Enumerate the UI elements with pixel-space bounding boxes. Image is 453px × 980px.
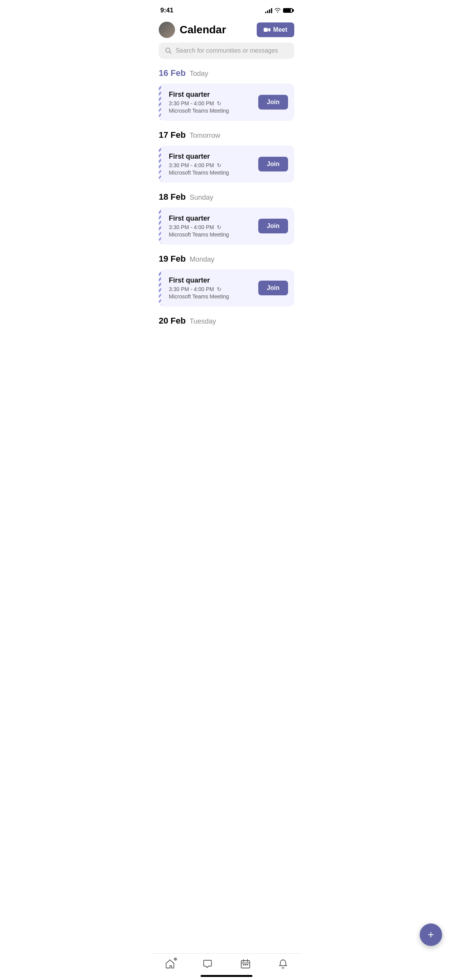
date-header-feb18: 18 Feb Sunday <box>159 192 294 202</box>
date-label-feb19: Monday <box>190 255 214 264</box>
meet-button-label: Meet <box>273 26 287 33</box>
date-header-feb16: 16 Feb Today <box>159 68 294 78</box>
event-time-feb18: 3:30 PM - 4:00 PM <box>169 224 214 230</box>
event-time-feb19: 3:30 PM - 4:00 PM <box>169 286 214 292</box>
date-header-feb19: 19 Feb Monday <box>159 254 294 264</box>
date-header-feb17: 17 Feb Tomorrow <box>159 130 294 140</box>
event-time-row-feb17: 3:30 PM - 4:00 PM ↻ <box>169 162 258 168</box>
avatar[interactable] <box>159 22 175 38</box>
event-stripe <box>159 84 161 121</box>
date-label-feb17: Tomorrow <box>190 132 220 140</box>
event-type-feb16: Microsoft Teams Meeting <box>169 108 258 114</box>
status-icons <box>265 8 293 13</box>
join-button-feb17[interactable]: Join <box>258 157 288 171</box>
date-label-feb18: Sunday <box>190 194 213 202</box>
date-feb19: 19 Feb <box>159 254 186 264</box>
join-button-feb18[interactable]: Join <box>258 219 288 233</box>
signal-icon <box>265 8 272 13</box>
date-feb16: 16 Feb <box>159 68 186 78</box>
date-feb20: 20 Feb <box>159 316 186 326</box>
header-left: Calendar <box>159 22 226 38</box>
event-title-feb19: First quarter <box>169 276 258 284</box>
date-feb18: 18 Feb <box>159 192 186 202</box>
event-card-feb18[interactable]: First quarter 3:30 PM - 4:00 PM ↻ Micros… <box>159 207 294 245</box>
date-header-feb20: 20 Feb Tuesday <box>159 316 294 326</box>
event-card-feb19[interactable]: First quarter 3:30 PM - 4:00 PM ↻ Micros… <box>159 269 294 307</box>
event-type-feb19: Microsoft Teams Meeting <box>169 293 258 300</box>
meet-button[interactable]: Meet <box>257 22 294 37</box>
page-title: Calendar <box>180 24 226 36</box>
search-input-placeholder: Search for communities or messages <box>176 47 278 54</box>
event-card-feb17[interactable]: First quarter 3:30 PM - 4:00 PM ↻ Micros… <box>159 146 294 183</box>
event-time-feb17: 3:30 PM - 4:00 PM <box>169 162 214 168</box>
date-feb17: 17 Feb <box>159 130 186 140</box>
battery-icon <box>283 8 293 13</box>
recur-icon-feb16: ↻ <box>217 100 221 106</box>
event-time-feb16: 3:30 PM - 4:00 PM <box>169 100 214 106</box>
event-info-feb19: First quarter 3:30 PM - 4:00 PM ↻ Micros… <box>163 276 258 300</box>
date-label-feb20: Tuesday <box>190 317 216 326</box>
search-container: Search for communities or messages <box>151 43 302 67</box>
join-button-feb19[interactable]: Join <box>258 281 288 295</box>
status-bar: 9:41 <box>151 0 302 19</box>
event-time-row-feb19: 3:30 PM - 4:00 PM ↻ <box>169 286 258 292</box>
calendar-content: 16 Feb Today First quarter 3:30 PM - 4:0… <box>151 67 302 378</box>
event-stripe-feb18 <box>159 207 161 245</box>
recur-icon-feb17: ↻ <box>217 162 221 168</box>
event-title-feb16: First quarter <box>169 91 258 99</box>
event-card-feb16[interactable]: First quarter 3:30 PM - 4:00 PM ↻ Micros… <box>159 84 294 121</box>
search-icon <box>165 47 172 54</box>
svg-rect-0 <box>264 28 268 32</box>
wifi-icon <box>275 8 281 13</box>
recur-icon-feb18: ↻ <box>217 224 221 230</box>
status-time: 9:41 <box>160 7 173 14</box>
event-info: First quarter 3:30 PM - 4:00 PM ↻ Micros… <box>163 91 258 114</box>
search-bar[interactable]: Search for communities or messages <box>159 43 294 59</box>
event-time-row-feb16: 3:30 PM - 4:00 PM ↻ <box>169 100 258 106</box>
recur-icon-feb19: ↻ <box>217 286 221 292</box>
event-info-feb17: First quarter 3:30 PM - 4:00 PM ↻ Micros… <box>163 152 258 176</box>
join-button-feb16[interactable]: Join <box>258 95 288 110</box>
date-label-feb16: Today <box>190 70 208 78</box>
event-stripe-feb17 <box>159 146 161 183</box>
event-time-row-feb18: 3:30 PM - 4:00 PM ↻ <box>169 224 258 230</box>
event-info-feb18: First quarter 3:30 PM - 4:00 PM ↻ Micros… <box>163 214 258 238</box>
video-icon <box>264 27 271 32</box>
header: Calendar Meet <box>151 19 302 43</box>
event-type-feb18: Microsoft Teams Meeting <box>169 231 258 238</box>
event-type-feb17: Microsoft Teams Meeting <box>169 170 258 176</box>
event-stripe-feb19 <box>159 269 161 307</box>
event-title-feb18: First quarter <box>169 214 258 223</box>
event-title-feb17: First quarter <box>169 152 258 161</box>
svg-point-1 <box>166 48 170 52</box>
